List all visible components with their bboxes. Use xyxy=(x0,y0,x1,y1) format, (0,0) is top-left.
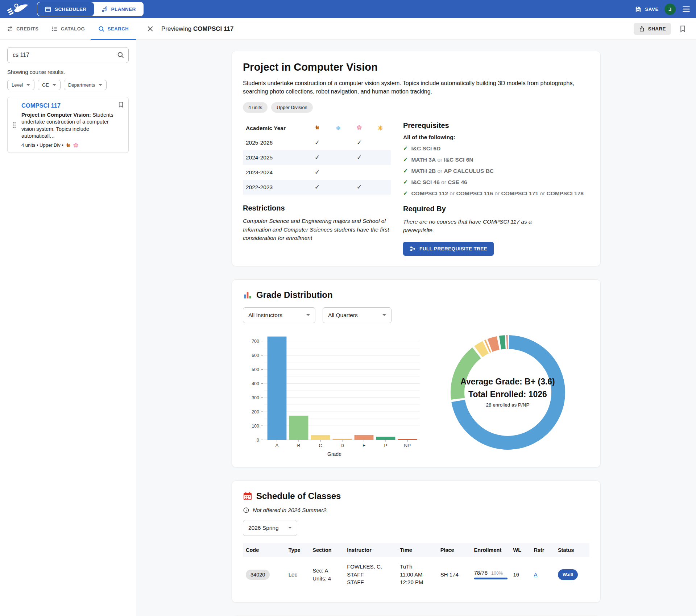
preview-header: Previewing COMPSCI 117 SHARE xyxy=(136,18,696,40)
course-chips: 4 units Upper Division xyxy=(243,102,589,113)
schedule-heading: Schedule of Classes xyxy=(243,491,589,501)
bar-chart-icon xyxy=(243,290,252,300)
academic-year-row: 2022-2023✓✓ xyxy=(243,180,391,195)
course-code-link[interactable]: COMPSCI 117 xyxy=(21,102,123,109)
col-instructor: Instructor xyxy=(344,543,397,557)
share-label: SHARE xyxy=(648,26,666,32)
tab-scheduler[interactable]: SCHEDULER xyxy=(37,2,94,16)
course-result-meta: 4 units • Upper Div • xyxy=(21,142,123,148)
menu-icon[interactable] xyxy=(682,4,691,14)
course-result-card[interactable]: COMPSCI 117 Project in Computer Vision: … xyxy=(7,97,129,153)
prerequisite-item: ✓I&C SCI 6D xyxy=(403,145,589,152)
grade-donut-chart: Average Grade: B+ (3.6) Total Enrolled: … xyxy=(426,333,589,450)
check-icon: ✓ xyxy=(403,167,408,174)
course-meta-text: 4 units • Upper Div • xyxy=(21,142,63,148)
quarters-select-value: All Quarters xyxy=(328,312,358,319)
mode-toggle: SCHEDULER PLANNER xyxy=(37,2,144,16)
app-logo[interactable] xyxy=(7,2,29,16)
filter-level[interactable]: Level xyxy=(7,80,34,90)
app-root: SCHEDULER PLANNER xyxy=(0,0,696,616)
section-instructors: FOWLKES, C. STAFF STAFF xyxy=(344,557,397,592)
svg-text:0: 0 xyxy=(257,437,259,442)
chevron-down-icon xyxy=(99,84,102,86)
instructors-select-value: All Instructors xyxy=(248,312,282,319)
course-search-input[interactable] xyxy=(7,47,129,63)
offered-check-icon: ✓ xyxy=(357,184,362,191)
required-by-heading: Required By xyxy=(403,205,589,213)
full-prerequisite-tree-button[interactable]: FULL PREREQUISITE TREE xyxy=(403,242,494,256)
chevron-down-icon xyxy=(288,527,292,529)
drag-handle[interactable] xyxy=(11,102,18,148)
instructors-select[interactable]: All Instructors xyxy=(243,307,315,323)
close-icon[interactable] xyxy=(146,25,154,33)
fall-leaf-icon xyxy=(65,142,71,148)
course-result-title: Project in Computer Vision: xyxy=(21,112,91,118)
chevron-down-icon xyxy=(382,314,386,316)
section-info: Sec: A Units: 4 xyxy=(310,557,344,592)
search-icon[interactable] xyxy=(117,51,124,59)
grade-distribution-card: Grade Distribution All Instructors All Q… xyxy=(232,279,601,467)
grade-bar-chart: 0100200300400500600700ABCDFPNP Grade xyxy=(243,333,426,457)
term-select[interactable]: 2026 Spring xyxy=(243,520,297,536)
prerequisite-item: ✓MATH 3A or I&C SCI 6N xyxy=(403,156,589,163)
filter-departments[interactable]: Departments xyxy=(64,80,107,90)
schedule-title: Schedule of Classes xyxy=(256,491,341,501)
search-box xyxy=(7,47,129,63)
page-title: Project in Computer Vision xyxy=(243,61,589,73)
catalog-tab-label: CATALOG xyxy=(61,26,85,32)
save-label: SAVE xyxy=(645,7,659,12)
svg-text:600: 600 xyxy=(252,353,259,358)
save-button[interactable]: SAVE xyxy=(635,6,659,13)
offered-check-icon: ✓ xyxy=(315,154,320,161)
restriction-link[interactable]: A xyxy=(534,571,537,578)
course-info-card: Project in Computer Vision Students unde… xyxy=(232,51,601,266)
col-place: Place xyxy=(438,543,471,557)
division-chip: Upper Division xyxy=(271,102,313,113)
check-icon: ✓ xyxy=(403,156,408,163)
not-offered-notice: Not offered in 2026 Summer2. xyxy=(243,507,589,513)
swap-arrows-icon xyxy=(7,25,13,32)
course-result-description: Project in Computer Vision: Students und… xyxy=(21,112,123,140)
content-scroll-area[interactable]: Project in Computer Vision Students unde… xyxy=(136,40,696,616)
tab-planner[interactable]: PLANNER xyxy=(94,2,143,16)
academic-year-row: 2023-2024✓ xyxy=(243,165,391,180)
col-time: Time xyxy=(397,543,437,557)
sidebar-tab-catalog[interactable]: CATALOG xyxy=(45,18,91,39)
filter-departments-label: Departments xyxy=(68,82,95,88)
academic-year-header: Academic Year xyxy=(243,121,307,135)
grade-distribution-title: Grade Distribution xyxy=(256,290,333,300)
calendar-icon xyxy=(45,6,51,13)
sidebar-tab-search[interactable]: SEARCH xyxy=(91,18,136,39)
info-icon xyxy=(243,507,249,513)
route-icon xyxy=(101,6,108,13)
term-select-value: 2026 Spring xyxy=(248,525,279,531)
svg-text:200: 200 xyxy=(252,409,259,415)
offered-check-icon: ✓ xyxy=(357,154,362,161)
search-tab-label: SEARCH xyxy=(108,26,129,32)
bookmark-icon[interactable] xyxy=(679,25,687,33)
chevron-down-icon xyxy=(53,84,56,86)
col-rstr: Rstr xyxy=(531,543,555,557)
quarters-select[interactable]: All Quarters xyxy=(323,307,392,323)
sections-table-header: Code Type Section Instructor Time Place … xyxy=(243,543,589,557)
filter-ge[interactable]: GE xyxy=(38,80,61,90)
svg-text:100: 100 xyxy=(252,423,259,428)
share-button[interactable]: SHARE xyxy=(634,23,671,35)
svg-text:D: D xyxy=(340,443,344,448)
section-row: 34020 Lec Sec: A Units: 4 FOWLKES, C. ST… xyxy=(243,557,589,592)
notice-text: Not offered in 2026 Summer2. xyxy=(253,507,328,513)
course-description: Students undertake construction of a com… xyxy=(243,79,584,96)
col-section: Section xyxy=(310,543,344,557)
bookmark-icon[interactable] xyxy=(117,101,124,108)
avatar[interactable]: J xyxy=(664,4,676,15)
sidebar-tab-credits[interactable]: CREDITS xyxy=(0,18,45,39)
waitlist-status-button[interactable]: Waitl xyxy=(558,569,578,580)
results-note: Showing course results. xyxy=(7,69,129,75)
section-waitlist: 16 xyxy=(510,557,531,592)
search-icon xyxy=(98,25,105,32)
fall-leaf-icon xyxy=(314,125,320,130)
section-code-chip[interactable]: 34020 xyxy=(246,570,270,580)
planner-label: PLANNER xyxy=(111,7,136,12)
credits-tab-label: CREDITS xyxy=(16,26,38,32)
col-code: Code xyxy=(243,543,286,557)
